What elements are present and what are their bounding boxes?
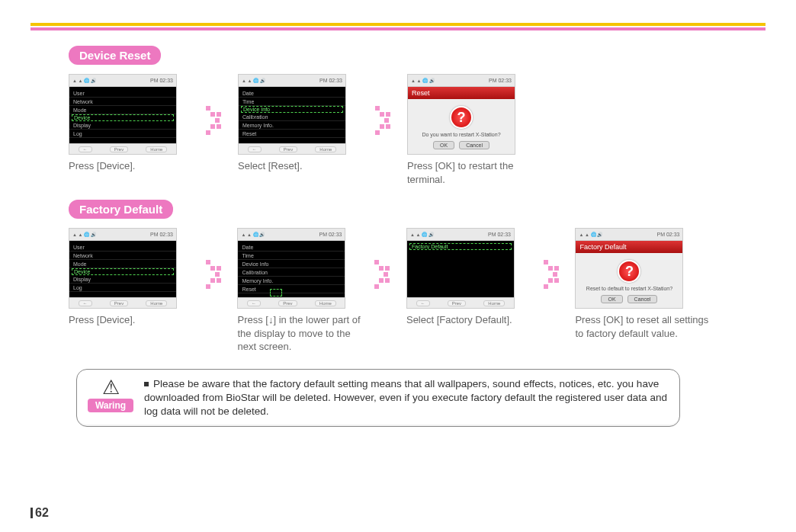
step-2: PM 02:33 Date Time Device Info Calibrati… [237, 228, 374, 354]
arrow-icon [206, 228, 229, 290]
step-caption: Press [Device]. [69, 159, 206, 173]
dialog-title: Reset [408, 87, 515, 99]
step-caption: Press [Device]. [69, 313, 206, 327]
screenshot-thumb: PM 02:33 User Network Mode Device Displa… [69, 74, 177, 155]
step-1: PM 02:33 User Network Mode Device Displa… [69, 228, 206, 327]
step-2: PM 02:33 Date Time Device Info Calibrati… [238, 74, 375, 173]
cancel-button: Cancel [459, 141, 489, 149]
page-number: 62 [30, 506, 49, 520]
arrow-icon [375, 74, 398, 136]
steps-row: PM 02:33 User Network Mode Device Displa… [69, 228, 727, 354]
step-caption: Press [OK] to restart the terminal. [407, 159, 544, 186]
step-caption: Press [↓] in the lower part of the displ… [237, 313, 374, 354]
page-content: Device Reset PM 02:33 User Network Mode … [0, 30, 796, 434]
warning-text: Please be aware that the factory default… [144, 377, 667, 419]
ok-button: OK [433, 141, 454, 149]
step-3: PM 02:33 Factory Default ←PrevHome Selec… [406, 228, 544, 327]
step-caption: Select [Factory Default]. [406, 313, 544, 327]
top-bars [0, 0, 796, 30]
step-caption: Press [OK] to reset all settings to fact… [575, 313, 720, 340]
step-4: PM 02:33 Factory Default ? Reset to defa… [575, 228, 727, 340]
screenshot-thumb: PM 02:33 Factory Default ? Reset to defa… [575, 228, 683, 309]
warning-icon-block: ⚠ Waring [88, 377, 133, 412]
screenshot-thumb: PM 02:33 User Network Mode Device Displa… [69, 228, 177, 309]
warning-box: ⚠ Waring Please be aware that the factor… [76, 369, 680, 428]
steps-row: PM 02:33 User Network Mode Device Displa… [69, 74, 727, 186]
section-label: Device Reset [69, 46, 161, 65]
arrow-icon [374, 228, 397, 290]
bullet-icon [144, 382, 149, 386]
question-icon: ? [450, 106, 473, 129]
step-1: PM 02:33 User Network Mode Device Displa… [69, 74, 206, 173]
section-label: Factory Default [69, 200, 173, 219]
dialog-title: Factory Default [576, 241, 682, 253]
ok-button: OK [601, 295, 622, 303]
screenshot-thumb: PM 02:33 Date Time Device Info Calibrati… [238, 74, 346, 155]
dialog-text: Do you want to restart X-Station? [422, 132, 500, 138]
arrow-icon [206, 74, 229, 136]
screenshot-thumb: PM 02:33 Factory Default ←PrevHome [406, 228, 515, 309]
section-factory-default: Factory Default PM 02:33 User Network Mo… [69, 200, 727, 354]
step-3: PM 02:33 Reset ? Do you want to restart … [407, 74, 544, 186]
warning-triangle-icon: ⚠ [102, 377, 120, 397]
dialog-text: Reset to default to restart X-Station? [586, 286, 672, 292]
warning-label: Waring [88, 399, 133, 412]
arrow-icon [544, 228, 567, 290]
yellow-rule [30, 23, 766, 26]
step-caption: Select [Reset]. [238, 159, 375, 173]
section-device-reset: Device Reset PM 02:33 User Network Mode … [69, 46, 727, 186]
question-icon: ? [618, 260, 640, 283]
cancel-button: Cancel [627, 295, 658, 303]
screenshot-thumb: PM 02:33 Reset ? Do you want to restart … [407, 74, 515, 155]
screenshot-thumb: PM 02:33 Date Time Device Info Calibrati… [237, 228, 345, 309]
